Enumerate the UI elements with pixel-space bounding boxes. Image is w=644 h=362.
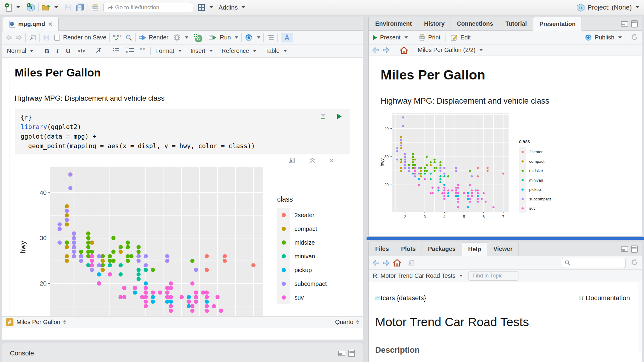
help-refresh-button[interactable] [631, 258, 638, 267]
presentation-slide[interactable]: Miles Per Gallon Highway MPG: Displaceme… [369, 56, 642, 222]
spellcheck-button[interactable]: ABC✓ [113, 34, 121, 41]
help-scrollbar[interactable] [638, 282, 642, 351]
bullet-list-button[interactable] [112, 47, 120, 55]
run-button[interactable]: Run [208, 34, 238, 41]
new-file-button[interactable] [5, 3, 20, 12]
render-on-save-checkbox[interactable] [54, 35, 60, 41]
run-chunk-icon[interactable] [336, 113, 342, 120]
source-outline-button[interactable] [267, 34, 274, 41]
pane-maximize-icon[interactable] [631, 20, 638, 27]
help-home-icon[interactable] [393, 259, 401, 267]
panes-caret[interactable] [210, 6, 213, 8]
run-caret[interactable] [235, 36, 238, 39]
tab-help[interactable]: Help [462, 242, 487, 256]
help-topic-select[interactable]: R: Motor Trend Car Road Tests [373, 272, 463, 279]
run-chunks-above-icon[interactable] [320, 113, 327, 120]
publish-button[interactable]: Publish [585, 34, 622, 41]
tab-history[interactable]: History [418, 17, 451, 30]
find-replace-button[interactable] [125, 34, 132, 41]
tab-connections[interactable]: Connections [451, 17, 499, 30]
rerun-caret[interactable] [257, 36, 260, 39]
project-menu[interactable]: R Project: (None) [576, 3, 639, 12]
table-menu[interactable]: Table [265, 47, 287, 54]
find-in-topic-box[interactable] [468, 271, 518, 281]
visual-editor-toggle[interactable] [281, 33, 293, 42]
render-options-button[interactable] [173, 34, 188, 42]
insert-menu[interactable]: Insert [190, 47, 213, 54]
section-jump-arrows-icon[interactable] [63, 320, 66, 324]
output-popout-icon[interactable] [288, 157, 296, 164]
render-button[interactable]: Render [139, 34, 169, 41]
popout-editor-button[interactable] [29, 34, 36, 41]
clear-output-icon[interactable]: × [329, 157, 334, 163]
edit-presentation-button[interactable]: Edit [450, 34, 471, 41]
tab-close-icon[interactable]: × [48, 20, 52, 28]
print-button[interactable] [91, 3, 99, 12]
tab-plots[interactable]: Plots [395, 242, 422, 256]
reference-menu[interactable]: Reference [222, 47, 257, 54]
tab-presentation[interactable]: Presentation [533, 17, 582, 31]
help-maximize-icon[interactable] [631, 246, 638, 253]
code-format-button[interactable]: </> [78, 48, 85, 54]
slide-back-icon[interactable] [372, 47, 379, 54]
save-doc-button[interactable] [43, 34, 50, 41]
present-caret[interactable] [405, 36, 408, 39]
open-file-button[interactable] [42, 4, 58, 11]
render-on-save-toggle[interactable]: Render on Save [54, 34, 106, 41]
publish-caret[interactable] [618, 36, 622, 39]
section-jump-label[interactable]: Miles Per Gallon [16, 319, 60, 326]
save-button[interactable] [64, 4, 72, 11]
pane-splitter-handle[interactable] [367, 237, 644, 240]
refresh-presentation-button[interactable] [631, 33, 638, 42]
addins-menu[interactable]: Addins [219, 4, 245, 11]
document-canvas[interactable]: Miles Per Gallon Highway MPG: Displaceme… [2, 58, 363, 316]
doc-mode-label[interactable]: Quarto [335, 319, 353, 326]
new-file-caret[interactable] [16, 6, 20, 8]
tab-tutorial[interactable]: Tutorial [499, 17, 533, 30]
help-search-box[interactable] [562, 258, 626, 268]
console-minimize-icon[interactable] [338, 351, 345, 356]
console-pane[interactable]: Console [2, 343, 363, 362]
slide-menu-icon[interactable] [373, 222, 384, 222]
paragraph-style-select[interactable]: Normal [7, 47, 33, 54]
underline-button[interactable]: U [66, 47, 71, 55]
doc-mode-arrows-icon[interactable] [356, 320, 359, 324]
tab-environment[interactable]: Environment [369, 17, 418, 30]
rerun-button[interactable] [245, 34, 260, 42]
help-back-icon[interactable] [372, 259, 380, 266]
clear-format-button[interactable]: T [95, 47, 102, 55]
find-in-topic-input[interactable] [472, 273, 514, 279]
help-search-input[interactable] [572, 260, 620, 266]
save-all-button[interactable] [76, 3, 85, 12]
help-popout-icon[interactable] [407, 259, 415, 266]
collapse-output-icon[interactable] [309, 157, 316, 164]
open-file-caret[interactable] [54, 6, 58, 8]
nav-back-button[interactable] [6, 34, 13, 41]
tab-files[interactable]: Files [369, 242, 395, 256]
new-project-button[interactable]: R [26, 3, 35, 12]
nav-forward-button[interactable] [15, 34, 22, 41]
help-document[interactable]: mtcars {datasets} R Documentation Motor … [369, 282, 642, 351]
present-button[interactable]: Present [372, 34, 408, 41]
help-minimize-icon[interactable] [621, 246, 628, 252]
tab-packages[interactable]: Packages [422, 242, 462, 256]
goto-file-input[interactable] [115, 4, 184, 11]
tab-mpg-qmd[interactable]: mpg.qmd × [3, 17, 59, 31]
format-menu[interactable]: Format [155, 47, 182, 54]
numbered-list-button[interactable]: 12 [126, 47, 134, 55]
pane-minimize-icon[interactable] [621, 21, 628, 27]
slide-home-icon[interactable] [400, 46, 408, 54]
goto-file-search[interactable] [103, 2, 193, 13]
workspace-panes-button[interactable] [197, 3, 213, 12]
slide-forward-icon[interactable] [382, 47, 390, 54]
r-code-chunk[interactable]: {r} library(ggplot2) ggplot(data = mpg) … [15, 109, 350, 154]
slide-title-menu[interactable]: Miles Per Gallon (2/2) [418, 47, 483, 53]
help-forward-icon[interactable] [382, 259, 390, 266]
tab-viewer[interactable]: Viewer [487, 242, 519, 256]
insert-chunk-button[interactable]: C [193, 33, 202, 42]
print-presentation-button[interactable]: Print [418, 34, 440, 42]
blockquote-button[interactable]: ”” [140, 49, 146, 53]
console-maximize-icon[interactable] [348, 350, 355, 357]
italic-button[interactable]: I [57, 47, 59, 55]
bold-button[interactable]: B [45, 47, 49, 55]
